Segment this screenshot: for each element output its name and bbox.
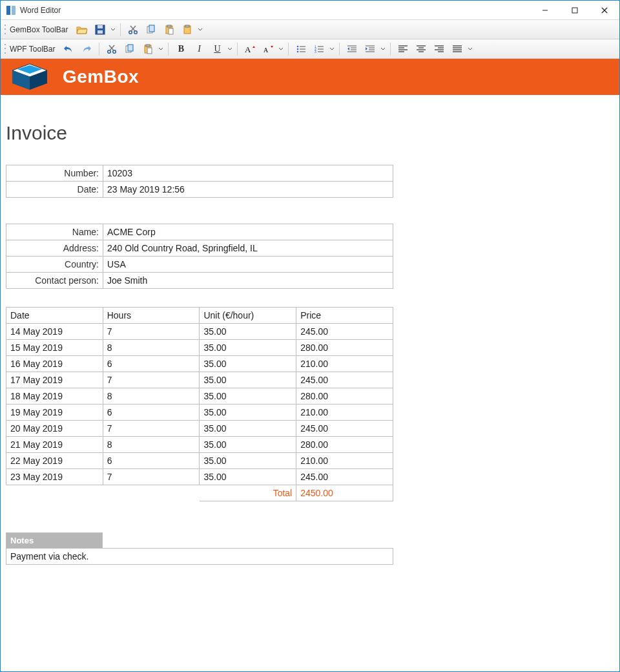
cell-unit: 35.00 bbox=[200, 404, 296, 421]
list-dropdown-icon[interactable] bbox=[329, 47, 335, 52]
cell-date: 22 May 2019 bbox=[6, 453, 103, 469]
toolbar-separator bbox=[339, 43, 340, 56]
paste-button[interactable] bbox=[140, 41, 156, 57]
svg-line-11 bbox=[131, 26, 136, 31]
paste-special-button[interactable] bbox=[179, 22, 196, 37]
indent-dropdown-icon[interactable] bbox=[380, 47, 386, 52]
notes-heading: Notes bbox=[6, 532, 103, 548]
cell-hours: 6 bbox=[103, 404, 200, 421]
cell-unit: 35.00 bbox=[200, 356, 296, 372]
bullet-list-button[interactable] bbox=[293, 41, 309, 57]
table-row: 14 May 2019735.00245.00 bbox=[6, 324, 393, 340]
grow-font-button[interactable]: A bbox=[242, 41, 258, 57]
svg-rect-7 bbox=[98, 25, 103, 28]
underline-dropdown-icon[interactable] bbox=[227, 47, 233, 52]
paste-dropdown-icon[interactable] bbox=[197, 27, 203, 32]
align-justify-button[interactable] bbox=[449, 41, 466, 57]
table-row: 19 May 2019635.00210.00 bbox=[6, 404, 393, 421]
cell-date: 20 May 2019 bbox=[6, 421, 103, 437]
paste-dropdown-icon[interactable] bbox=[158, 47, 164, 52]
open-button[interactable] bbox=[74, 22, 90, 37]
cell-price: 245.00 bbox=[296, 421, 393, 437]
svg-point-33 bbox=[297, 50, 299, 52]
font-size-dropdown-icon[interactable] bbox=[278, 47, 284, 52]
align-dropdown-icon[interactable] bbox=[467, 47, 473, 52]
notes-block: Notes Payment via check. bbox=[6, 532, 393, 565]
align-center-button[interactable] bbox=[413, 41, 429, 57]
shrink-font-button[interactable]: A bbox=[260, 41, 276, 57]
field-value: ACME Corp bbox=[103, 224, 393, 240]
column-header-hours: Hours bbox=[103, 308, 200, 324]
table-row: Address:240 Old Country Road, Springfiel… bbox=[6, 240, 393, 257]
save-dropdown-icon[interactable] bbox=[110, 27, 116, 32]
undo-button[interactable] bbox=[60, 41, 77, 57]
cell-unit: 35.00 bbox=[200, 421, 296, 437]
cell-date: 21 May 2019 bbox=[6, 437, 103, 453]
indent-button[interactable] bbox=[362, 41, 378, 57]
document-area[interactable]: GemBox Invoice Number:10203Date:23 May 2… bbox=[1, 59, 619, 671]
cell-date: 15 May 2019 bbox=[6, 340, 103, 356]
svg-rect-0 bbox=[6, 6, 10, 15]
paste-button[interactable] bbox=[161, 22, 178, 37]
toolbar-grip-icon bbox=[3, 23, 7, 36]
table-row: Date:23 May 2019 12:56 bbox=[6, 182, 393, 198]
table-row: 20 May 2019735.00245.00 bbox=[6, 421, 393, 437]
cell-hours: 7 bbox=[103, 324, 200, 340]
toolbar-grip-icon bbox=[3, 43, 7, 56]
cell-price: 280.00 bbox=[296, 388, 393, 404]
table-row: 17 May 2019735.00245.00 bbox=[6, 372, 393, 388]
document-body: Invoice Number:10203Date:23 May 2019 12:… bbox=[1, 95, 619, 591]
cell-hours: 7 bbox=[103, 421, 200, 437]
svg-rect-25 bbox=[128, 45, 133, 51]
field-value: 240 Old Country Road, Springfield, IL bbox=[103, 240, 393, 257]
toolbar-separator bbox=[288, 43, 289, 56]
copy-button[interactable] bbox=[121, 41, 138, 57]
cell-hours: 6 bbox=[103, 453, 200, 469]
number-list-button[interactable]: 123 bbox=[311, 41, 327, 57]
brand-name: GemBox bbox=[63, 67, 139, 87]
cell-price: 210.00 bbox=[296, 356, 393, 372]
maximize-button[interactable] bbox=[560, 1, 590, 20]
cell-date: 16 May 2019 bbox=[6, 356, 103, 372]
italic-button[interactable]: I bbox=[191, 41, 207, 57]
wpf-toolbar: WPF ToolBar B I U A A bbox=[1, 39, 619, 59]
bold-button[interactable]: B bbox=[172, 41, 189, 57]
table-row: Name:ACME Corp bbox=[6, 224, 393, 240]
table-row: 23 May 2019735.00245.00 bbox=[6, 469, 393, 485]
app-icon bbox=[6, 5, 16, 16]
field-label: Date: bbox=[6, 182, 103, 198]
copy-button[interactable] bbox=[143, 22, 160, 37]
column-header-date: Date bbox=[6, 308, 103, 324]
svg-point-31 bbox=[297, 45, 299, 47]
redo-button[interactable] bbox=[78, 41, 95, 57]
svg-line-23 bbox=[109, 45, 114, 50]
cut-button[interactable] bbox=[103, 41, 120, 57]
cell-date: 14 May 2019 bbox=[6, 324, 103, 340]
outdent-button[interactable] bbox=[344, 41, 360, 57]
align-right-button[interactable] bbox=[431, 41, 448, 57]
save-button[interactable] bbox=[92, 22, 108, 37]
svg-rect-14 bbox=[149, 25, 154, 32]
cut-button[interactable] bbox=[125, 22, 141, 37]
cell-date: 23 May 2019 bbox=[6, 469, 103, 485]
cell-unit: 35.00 bbox=[200, 469, 296, 485]
cell-price: 245.00 bbox=[296, 372, 393, 388]
cell-hours: 8 bbox=[103, 340, 200, 356]
minimize-button[interactable] bbox=[530, 1, 560, 20]
align-left-button[interactable] bbox=[395, 41, 411, 57]
cell-unit: 35.00 bbox=[200, 453, 296, 469]
toolbar-separator bbox=[120, 23, 121, 36]
document-header-banner: GemBox bbox=[1, 59, 619, 95]
underline-icon: U bbox=[214, 44, 220, 54]
underline-button[interactable]: U bbox=[209, 41, 225, 57]
line-items-table: DateHoursUnit (€/hour)Price14 May 201973… bbox=[6, 307, 393, 501]
table-row: 21 May 2019835.00280.00 bbox=[6, 437, 393, 453]
cell-price: 210.00 bbox=[296, 453, 393, 469]
notes-body: Payment via check. bbox=[6, 548, 393, 565]
field-value: 23 May 2019 12:56 bbox=[103, 182, 393, 198]
table-row: Number:10203 bbox=[6, 165, 393, 182]
svg-rect-17 bbox=[169, 28, 173, 34]
close-button[interactable] bbox=[590, 1, 619, 20]
table-row: 15 May 2019835.00280.00 bbox=[6, 340, 393, 356]
cell-date: 17 May 2019 bbox=[6, 372, 103, 388]
